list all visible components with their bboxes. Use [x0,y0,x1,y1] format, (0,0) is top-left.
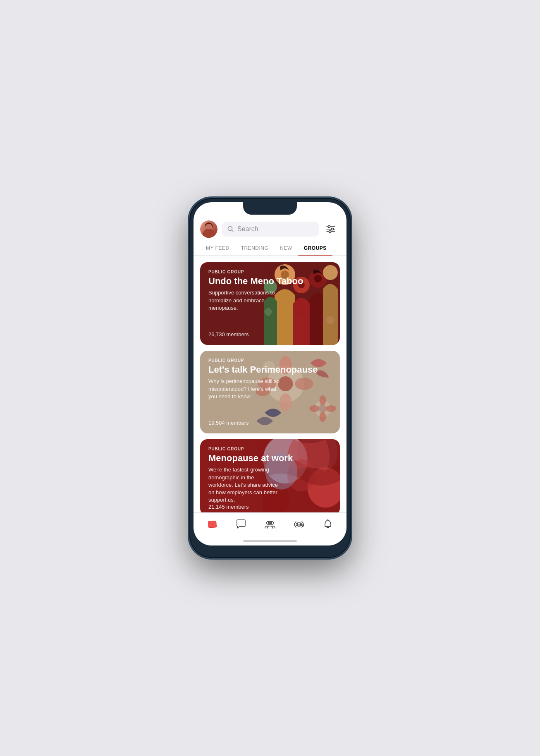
phone-screen: Search [194,202,346,545]
svg-point-4 [332,228,334,230]
card-2-title: Let's talk Perimenopause [208,364,332,375]
home-indicator-area [194,540,346,545]
group-card-2[interactable]: PUBLIC GROUP Let's talk Perimenopause Wh… [200,351,340,433]
filter-button[interactable] [323,222,338,237]
broadcast-icon: ((o)) [293,519,305,530]
avatar-image [200,220,217,238]
tab-groups[interactable]: GROUPS [298,241,332,255]
community-icon [264,519,276,530]
card-1-badge: PUBLIC GROUP [208,270,332,274]
nav-chat[interactable] [230,517,252,532]
card-1-description: Supportive conversations to normalize an… [208,289,280,312]
card-2-content: PUBLIC GROUP Let's talk Perimenopause Wh… [200,351,340,433]
nav-cards[interactable] [201,517,223,532]
card-2-badge: PUBLIC GROUP [208,358,332,363]
notifications-icon [322,519,334,530]
home-indicator [243,540,297,542]
card-3-members: 21,145 members [208,504,332,510]
tabs-bar: MY FEED TRENDING NEW GROUPS [194,241,346,256]
nav-notifications[interactable] [317,517,339,532]
tab-new[interactable]: NEW [274,241,298,255]
nav-community[interactable] [259,517,281,532]
svg-point-6 [329,231,331,233]
search-icon [227,226,234,232]
card-3-description: We're the fastest-growing demographic in… [208,466,280,504]
filter-icon [326,225,336,233]
search-placeholder: Search [237,225,258,233]
avatar[interactable] [200,220,217,238]
card-2-description: Why is perimenopause still so misunderst… [208,378,280,400]
tab-trending[interactable]: TRENDING [235,241,275,255]
card-1-members: 26,730 members [208,331,332,337]
card-2-members: 19,504 members [208,420,332,426]
groups-list: PUBLIC GROUP Undo the Meno Taboo Support… [194,256,346,512]
svg-text:((o)): ((o)) [298,523,304,527]
svg-point-2 [328,226,330,228]
avatar-body [203,229,215,238]
notch [243,202,297,215]
chat-icon [235,519,247,530]
cards-icon [206,519,218,530]
header: Search [194,217,346,241]
card-3-badge: PUBLIC GROUP [208,447,332,451]
card-1-title: Undo the Meno Taboo [208,276,332,287]
group-card-1[interactable]: PUBLIC GROUP Undo the Meno Taboo Support… [200,262,340,345]
screen-content: Search [194,202,346,540]
card-3-content: PUBLIC GROUP Menopause at work We're the… [200,439,340,512]
bottom-nav: ((o)) [194,512,346,540]
card-3-title: Menopause at work [208,453,332,464]
svg-point-40 [268,522,271,524]
phone-wrapper: Search [183,192,357,564]
group-card-3[interactable]: PUBLIC GROUP Menopause at work We're the… [200,439,340,512]
tab-my-feed[interactable]: MY FEED [200,241,235,255]
phone-frame: Search [189,198,351,558]
nav-broadcast[interactable]: ((o)) [288,517,310,532]
search-bar[interactable]: Search [222,222,319,237]
svg-rect-37 [208,521,216,527]
card-1-content: PUBLIC GROUP Undo the Meno Taboo Support… [200,262,340,345]
